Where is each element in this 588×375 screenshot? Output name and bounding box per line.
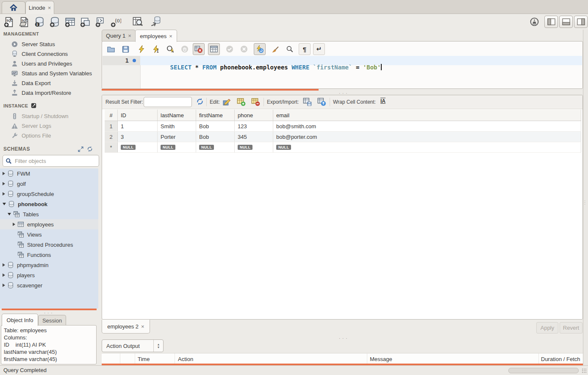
chevron-right-icon[interactable] — [3, 273, 5, 277]
column-header-email[interactable]: email — [273, 110, 581, 121]
cell-null[interactable]: NULL — [118, 142, 158, 152]
horizontal-scrollbar-thumb[interactable] — [508, 368, 579, 373]
toggle-autocommit-button[interactable] — [254, 43, 266, 55]
refresh-icon[interactable] — [196, 98, 204, 105]
chevron-right-icon[interactable] — [3, 182, 5, 185]
close-icon[interactable]: × — [48, 5, 51, 11]
column-header-phone[interactable]: phone — [235, 110, 273, 121]
editor-splitter-highlight[interactable] — [102, 89, 319, 91]
open-sql-file-button[interactable]: SQL — [18, 16, 31, 28]
cell-id[interactable]: 3 — [118, 132, 158, 142]
output-column-message[interactable]: Message — [370, 353, 392, 364]
cell-email[interactable]: bob@smith.com — [273, 121, 581, 131]
edit-record-icon[interactable] — [222, 97, 231, 106]
chevron-down-icon[interactable] — [8, 213, 11, 215]
close-icon[interactable]: × — [128, 33, 131, 39]
result-set-filter-input[interactable] — [144, 97, 192, 107]
column-header-firstname[interactable]: firstName — [196, 110, 235, 121]
tree-item-schema-golf[interactable]: golf — [0, 179, 98, 189]
column-header-id[interactable]: ID — [118, 110, 158, 121]
create-table-button[interactable] — [64, 16, 76, 28]
output-column-action[interactable]: Action — [178, 353, 193, 364]
cell-phone[interactable]: 123 — [235, 121, 273, 131]
create-procedure-button[interactable] — [94, 16, 107, 28]
cell-lastname[interactable]: Porter — [158, 132, 196, 142]
sidebar-item-status-variables[interactable]: Status and System Variables — [0, 69, 98, 78]
tree-item-schema-phpmyadmin[interactable]: phpmyadmin — [0, 260, 98, 270]
sidebar-item-server-status[interactable]: Server Status — [0, 39, 98, 49]
cell-null[interactable]: NULL — [235, 142, 273, 152]
chevron-right-icon[interactable] — [13, 223, 15, 226]
tree-item-schema-groupschedule[interactable]: groupSchedule — [0, 189, 98, 199]
tab-object-info[interactable]: Object Info — [2, 314, 38, 326]
reconnect-dbms-button[interactable] — [149, 16, 162, 28]
sidebar-item-server-logs[interactable]: Server Logs — [0, 121, 98, 131]
tree-item-table-employees[interactable]: employees — [0, 219, 98, 229]
refresh-arrows-icon[interactable] — [87, 146, 93, 152]
inspect-database-button[interactable]: i — [33, 16, 46, 28]
home-tab[interactable] — [2, 1, 25, 14]
tree-item-views[interactable]: Views — [0, 229, 98, 240]
cell-firstname[interactable]: Bob — [196, 132, 235, 142]
sidebar-item-startup-shutdown[interactable]: Startup / Shutdown — [0, 111, 98, 121]
beautify-script-button[interactable] — [270, 44, 281, 55]
rollback-transaction-button[interactable] — [239, 44, 250, 55]
stop-execution-button[interactable] — [179, 44, 190, 55]
toggle-right-panel-button[interactable] — [574, 16, 588, 28]
tree-item-functions[interactable]: Functions — [0, 250, 98, 260]
sidebar-item-users-privileges[interactable]: Users and Privileges — [0, 59, 98, 69]
toggle-invisible-characters-button[interactable]: ¶ — [299, 43, 311, 55]
expand-arrows-icon[interactable] — [78, 146, 84, 152]
cell-phone[interactable]: 345 — [235, 132, 273, 142]
cell-id[interactable]: 1 — [118, 121, 158, 131]
connection-tab-linode[interactable]: Linode × — [25, 1, 54, 14]
execute-script-button[interactable] — [136, 44, 147, 55]
create-schema-button[interactable] — [48, 16, 61, 28]
sidebar-item-options-file[interactable]: Options File — [0, 131, 98, 141]
execute-current-statement-button[interactable] — [150, 44, 161, 55]
column-header-lastname[interactable]: lastName — [158, 110, 196, 121]
tree-item-schema-scavenger[interactable]: scavenger — [0, 280, 98, 290]
tree-item-stored-procedures[interactable]: Stored Procedures — [0, 240, 98, 250]
revert-button[interactable]: Revert — [560, 322, 582, 334]
create-view-button[interactable] — [79, 16, 92, 28]
cell-null[interactable]: NULL — [158, 142, 196, 152]
right-panel-splitter[interactable] — [583, 30, 588, 365]
sql-code-line[interactable]: SELECT * FROM phonebook.employees WHERE … — [149, 57, 382, 77]
cell-null[interactable]: NULL — [273, 142, 581, 152]
tab-session[interactable]: Session — [38, 315, 66, 326]
commit-transaction-button[interactable] — [224, 44, 235, 55]
toggle-left-panel-button[interactable] — [544, 16, 558, 28]
spinner-arrows-icon[interactable]: ▴ ▾ — [153, 340, 163, 352]
cell-email[interactable]: bob@porter.com — [273, 132, 581, 142]
export-recordset-icon[interactable] — [303, 97, 312, 106]
column-header-rownum[interactable]: # — [105, 110, 118, 121]
chevron-right-icon[interactable] — [3, 192, 5, 196]
sidebar-item-data-import[interactable]: Data Import/Restore — [0, 88, 98, 98]
save-script-button[interactable] — [120, 44, 131, 55]
wrap-cell-toggle-icon[interactable]: IA — [380, 98, 386, 104]
sidebar-item-client-connections[interactable]: Client Connections — [0, 49, 98, 59]
import-recordset-icon[interactable] — [317, 97, 326, 106]
close-icon[interactable]: × — [141, 323, 144, 330]
output-selector[interactable]: Action Output ▴ ▾ — [102, 339, 164, 352]
output-column-duration[interactable]: Duration / Fetch — [541, 353, 580, 364]
tab-employees[interactable]: employees × — [135, 30, 177, 42]
insert-row-icon[interactable] — [237, 97, 246, 106]
cell-firstname[interactable]: Bob — [196, 121, 235, 131]
right-splitter-grip[interactable] — [582, 199, 588, 205]
limit-rows-button[interactable] — [208, 43, 220, 55]
output-splitter-grip[interactable] — [339, 335, 348, 341]
output-column-time[interactable]: Time — [138, 353, 150, 364]
open-script-button[interactable] — [105, 44, 116, 55]
toggle-word-wrap-button[interactable]: ↵ — [313, 43, 325, 55]
sidebar-item-data-export[interactable]: Data Export — [0, 78, 98, 88]
explain-plan-button[interactable] — [165, 44, 176, 55]
notifications-button[interactable] — [528, 16, 541, 28]
apply-button[interactable]: Apply — [536, 322, 558, 334]
find-in-script-button[interactable] — [284, 44, 295, 55]
schema-filter-input[interactable] — [14, 157, 96, 165]
search-table-data-button[interactable] — [131, 16, 144, 28]
resize-grip-icon[interactable] — [582, 368, 587, 373]
new-sql-tab-button[interactable]: SQL — [3, 16, 15, 28]
